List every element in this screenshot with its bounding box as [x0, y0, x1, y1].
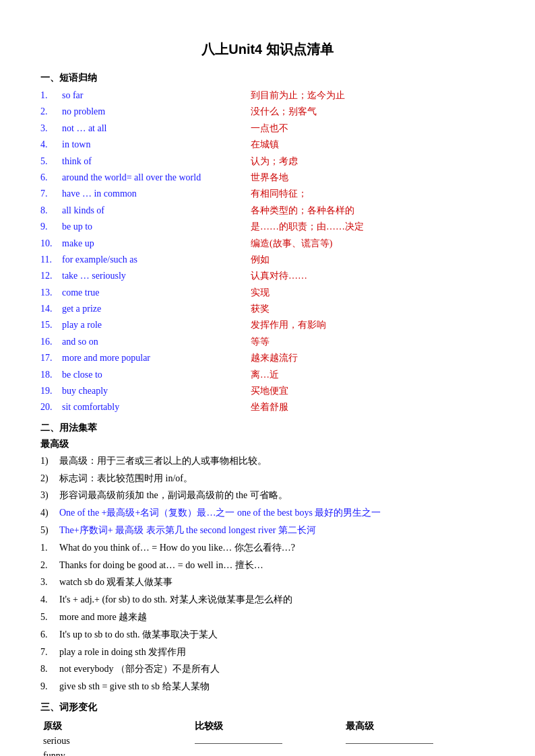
phrase-cn: 是……的职责；由……决定 [251, 219, 495, 234]
phrase-row: 2.no problem没什么；别客气 [40, 104, 495, 119]
phrase-cn: 买地便宜 [251, 384, 495, 399]
usage-row-text: more and more 越来越 [59, 609, 495, 625]
phrase-en: play a role [62, 318, 251, 333]
usage-row-text: It's + adj.+ (for sb) to do sth. 对某人来说做某… [59, 592, 495, 608]
phrase-en: come true [62, 285, 251, 300]
phrase-en: have … in common [62, 186, 251, 201]
usage-row-text: It's up to sb to do sth. 做某事取决于某人 [59, 627, 495, 643]
phrase-en: think of [62, 154, 251, 169]
usage-item-num: 5) [40, 522, 59, 539]
usage-row-item: 7.play a role in doing sth 发挥作用 [40, 644, 495, 660]
morph-row: serious [40, 734, 495, 749]
phrase-cn: 在城镇 [251, 137, 495, 152]
usage-row-text: watch sb do 观看某人做某事 [59, 574, 495, 590]
phrase-cn: 各种类型的；各种各样的 [251, 203, 495, 218]
phrase-en: not … at all [62, 121, 251, 136]
usage-item-text: 标志词：表比较范围时用 in/of。 [59, 471, 495, 487]
usage-row-item: 2.Thanks for doing be good at… = do well… [40, 557, 495, 574]
phrase-row: 5.think of认为；考虑 [40, 154, 495, 169]
phrase-num: 10. [40, 236, 62, 251]
phrase-en: be up to [62, 219, 251, 234]
phrase-num: 13. [40, 285, 62, 300]
morph-header-base: 原级 [40, 719, 192, 734]
morph-header-super: 最高级 [343, 719, 495, 734]
usage-row-text: Thanks for doing be good at… = do well i… [59, 557, 495, 574]
phrase-row: 18.be close to离…近 [40, 368, 495, 382]
phrase-row: 19.buy cheaply买地便宜 [40, 384, 495, 399]
usage-row-text: not everybody （部分否定）不是所有人 [59, 661, 495, 677]
morph-table: 原级 比较级 最高级 seriousfunnyComfortablecheaph… [40, 719, 495, 756]
phrase-en: for example/such as [62, 252, 251, 267]
phrase-row: 7.have … in common有相同特征； [40, 186, 495, 201]
morph-base: funny [40, 749, 192, 756]
phrase-cn: 离…近 [251, 368, 495, 382]
usage-row-item: 4.It's + adj.+ (for sb) to do sth. 对某人来说… [40, 592, 495, 608]
usage-row-num: 8. [40, 661, 59, 677]
usage-item-text: The+序数词+ 最高级 表示第几 the second longest riv… [59, 522, 495, 539]
phrase-en: make up [62, 236, 251, 251]
usage-item-text: One of the +最高级+名词（复数）最…之一 one of the be… [59, 505, 495, 521]
phrase-en: and so on [62, 335, 251, 349]
phrase-cn: 世界各地 [251, 170, 495, 185]
usage-item-row: 3)形容词最高级前须加 the，副词最高级前的 the 可省略。 [40, 487, 495, 504]
phrase-en: more and more popular [62, 351, 251, 366]
phrase-row: 13.come true实现 [40, 285, 495, 300]
phrase-cn: 没什么；别客气 [251, 104, 495, 119]
morph-row: funny [40, 749, 495, 756]
usage-item-row: 5)The+序数词+ 最高级 表示第几 the second longest r… [40, 522, 495, 539]
usage-item-row: 1)最高级：用于三者或三者以上的人或事物相比较。 [40, 453, 495, 469]
phrase-cn: 例如 [251, 252, 495, 267]
usage-item-row: 2)标志词：表比较范围时用 in/of。 [40, 471, 495, 487]
usage-item-num: 1) [40, 453, 59, 469]
phrase-row: 20.sit comfortably坐着舒服 [40, 400, 495, 415]
phrase-cn: 认为；考虑 [251, 154, 495, 169]
morph-base: serious [40, 734, 192, 749]
usage-row-item: 1.What do you think of… = How do you lik… [40, 540, 495, 556]
usage-row-num: 2. [40, 557, 59, 574]
morph-comp [192, 734, 344, 749]
phrase-cn: 编造(故事、谎言等) [251, 236, 495, 251]
usage-rows-list: 1.What do you think of… = How do you lik… [40, 540, 495, 695]
phrase-num: 4. [40, 137, 62, 152]
phrase-cn: 坐着舒服 [251, 400, 495, 415]
phrase-row: 6.around the world= all over the world世界… [40, 170, 495, 185]
usage-item-num: 4) [40, 505, 59, 521]
phrase-num: 15. [40, 318, 62, 333]
usage-item-num: 2) [40, 471, 59, 487]
morph-header-comp: 比较级 [192, 719, 344, 734]
phrase-num: 16. [40, 335, 62, 349]
phrase-cn: 到目前为止；迄今为止 [251, 88, 495, 103]
usage-row-item: 5.more and more 越来越 [40, 609, 495, 625]
morph-super [343, 734, 495, 749]
section1-header: 一、短语归纳 [40, 72, 495, 84]
phrase-num: 8. [40, 203, 62, 218]
morph-tbody: seriousfunnyComfortablecheaphot [40, 734, 495, 756]
section3-header: 三、词形变化 [40, 701, 495, 714]
phrase-row: 9.be up to是……的职责；由……决定 [40, 219, 495, 234]
phrase-cn: 等等 [251, 335, 495, 349]
phrase-row: 16.and so on等等 [40, 335, 495, 349]
phrase-num: 6. [40, 170, 62, 185]
usage-row-num: 4. [40, 592, 59, 608]
phrase-en: so far [62, 88, 251, 103]
phrase-row: 14.get a prize获奖 [40, 302, 495, 316]
phrase-num: 11. [40, 252, 62, 267]
phrase-en: be close to [62, 368, 251, 382]
usage-row-num: 9. [40, 679, 59, 695]
phrase-row: 1.so far到目前为止；迄今为止 [40, 88, 495, 103]
phrase-num: 9. [40, 219, 62, 234]
sub1-header: 最高级 [40, 438, 495, 450]
section2-header: 二、用法集萃 [40, 422, 495, 434]
phrase-en: all kinds of [62, 203, 251, 218]
phrase-num: 12. [40, 269, 62, 283]
phrases-list: 1.so far到目前为止；迄今为止2.no problem没什么；别客气3.n… [40, 88, 495, 415]
phrase-num: 7. [40, 186, 62, 201]
phrase-en: no problem [62, 104, 251, 119]
phrase-num: 3. [40, 121, 62, 136]
phrase-num: 19. [40, 384, 62, 399]
usage-row-num: 7. [40, 644, 59, 660]
usage-item-text: 最高级：用于三者或三者以上的人或事物相比较。 [59, 453, 495, 469]
phrase-en: sit comfortably [62, 400, 251, 415]
phrase-cn: 越来越流行 [251, 351, 495, 366]
usage-row-item: 3.watch sb do 观看某人做某事 [40, 574, 495, 590]
